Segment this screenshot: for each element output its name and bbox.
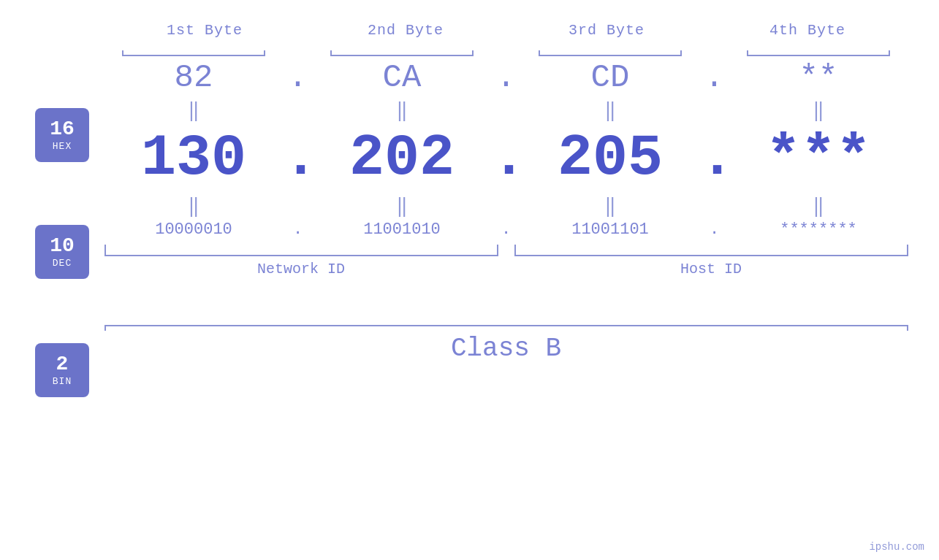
dec-val-2: 202 [313, 125, 492, 191]
eq2-2: ‖ [313, 194, 492, 218]
eq1-3: ‖ [521, 99, 700, 122]
class-label: Class B [104, 334, 908, 364]
host-bracket [514, 245, 908, 256]
footer-text: ipshu.com [869, 541, 924, 553]
col-header-1: 1st Byte [104, 22, 305, 39]
dec-dot-3: . [700, 125, 729, 191]
bracket-2 [313, 45, 492, 56]
eq2-4: ‖ [729, 194, 908, 218]
badge-bin-number: 2 [56, 353, 69, 376]
badge-hex-label: HEX [53, 141, 72, 152]
bottom-bracket-area: Network ID Host ID [104, 245, 908, 281]
hex-val-3: CD [521, 59, 700, 96]
bracket-3 [521, 45, 700, 56]
eq1-2: ‖ [313, 99, 492, 122]
badge-bin: 2 BIN [35, 343, 89, 397]
top-bracket-row [104, 45, 908, 56]
bin-row: 10000010 . 11001010 . 11001101 . *******… [104, 220, 908, 239]
main-container: 16 HEX 10 DEC 2 BIN 1st Byte 2nd Byte 3r… [0, 0, 939, 560]
dec-dot-2: . [492, 125, 521, 191]
badge-hex-number: 16 [50, 118, 75, 141]
hex-val-1: 82 [104, 59, 284, 96]
hex-row: 82 . CA . CD . ** [104, 59, 908, 96]
network-bracket [104, 245, 498, 256]
host-id-label: Host ID [514, 261, 908, 277]
bin-val-4: ******** [729, 220, 908, 239]
badge-hex: 16 HEX [35, 108, 89, 162]
bin-dot-3: . [700, 220, 729, 239]
eq-row-2: ‖ ‖ ‖ ‖ [104, 194, 908, 218]
col-header-3: 3rd Byte [506, 22, 707, 39]
badge-bin-label: BIN [53, 376, 72, 387]
bin-dot-1: . [284, 220, 313, 239]
column-headers: 1st Byte 2nd Byte 3rd Byte 4th Byte [104, 22, 908, 39]
hex-dot-1: . [284, 59, 313, 96]
dec-row: 130 . 202 . 205 . *** [104, 125, 908, 191]
bracket-1 [104, 45, 284, 56]
dec-dot-1: . [284, 125, 313, 191]
bracket-4 [729, 45, 908, 56]
col-header-2: 2nd Byte [305, 22, 506, 39]
col-header-4: 4th Byte [707, 22, 908, 39]
eq2-1: ‖ [104, 194, 284, 218]
eq1-1: ‖ [104, 99, 284, 122]
eq1-4: ‖ [729, 99, 908, 122]
bin-val-1: 10000010 [104, 220, 284, 239]
eq-row-1: ‖ ‖ ‖ ‖ [104, 99, 908, 122]
dec-val-1: 130 [104, 125, 284, 191]
hex-val-4: ** [729, 59, 908, 96]
badge-dec: 10 DEC [35, 225, 89, 279]
hex-dot-2: . [492, 59, 521, 96]
bin-val-3: 11001101 [521, 220, 700, 239]
dec-val-3: 205 [521, 125, 700, 191]
network-id-label: Network ID [104, 261, 498, 277]
badge-dec-label: DEC [53, 258, 72, 269]
dec-val-4: *** [729, 125, 908, 191]
class-bracket-line [104, 325, 908, 326]
badge-dec-number: 10 [50, 235, 75, 258]
hex-val-2: CA [313, 59, 492, 96]
bin-dot-2: . [492, 220, 521, 239]
bin-val-2: 11001010 [313, 220, 492, 239]
class-row: Class B [104, 325, 908, 364]
hex-dot-3: . [700, 59, 729, 96]
footer: ipshu.com [869, 541, 924, 553]
eq2-3: ‖ [521, 194, 700, 218]
